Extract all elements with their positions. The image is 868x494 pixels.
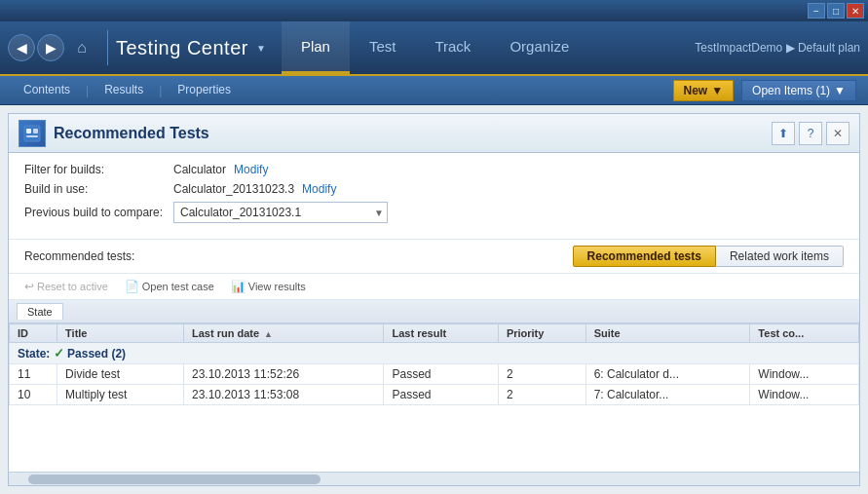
open-items-arrow-icon: ▼	[834, 84, 846, 97]
new-arrow-icon: ▼	[711, 84, 723, 97]
filter-label: Filter for builds:	[24, 163, 166, 176]
nav-bar: ◀ ▶ ⌂ Testing Center ▼ Plan Test Track O…	[0, 21, 868, 76]
state-tab[interactable]: State	[17, 303, 63, 320]
breadcrumb-text: TestImpactDemo ▶ Default plan	[695, 41, 860, 55]
panel-title: Recommended Tests	[54, 125, 764, 142]
col-header-id[interactable]: ID	[10, 324, 57, 343]
view-results-button[interactable]: 📊 View results	[223, 278, 315, 295]
col-header-last-run-date[interactable]: Last run date ▲	[183, 324, 383, 343]
passed-icon: ✓	[54, 346, 64, 361]
build-modify-link[interactable]: Modify	[302, 182, 336, 196]
col-header-priority[interactable]: Priority	[498, 324, 585, 343]
scrollbar-thumb[interactable]	[28, 475, 321, 484]
tab-track[interactable]: Track	[415, 21, 490, 74]
open-items-label: Open Items (1)	[752, 84, 830, 97]
forward-button[interactable]: ▶	[37, 34, 64, 61]
sec-tab-contents[interactable]: Contents	[12, 76, 82, 104]
build-label: Build in use:	[24, 182, 166, 196]
recommended-tests-tab[interactable]: Recommended tests	[573, 246, 716, 267]
cell-title: Divide test	[57, 364, 184, 385]
cell-priority: 2	[498, 385, 585, 405]
related-work-items-tab[interactable]: Related work items	[716, 246, 844, 267]
col-header-suite[interactable]: Suite	[585, 324, 750, 343]
table-row: 11 Divide test 23.10.2013 11:52:26 Passe…	[10, 364, 859, 385]
help-button[interactable]: ?	[799, 122, 822, 145]
panel-header: Recommended Tests ⬆ ? ✕	[9, 114, 859, 153]
prev-build-row: Previous build to compare: Calculator_20…	[24, 202, 844, 223]
cell-last-result: Passed	[384, 385, 498, 405]
open-test-case-label: Open test case	[142, 281, 214, 292]
cell-suite: 7: Calculator...	[585, 385, 750, 405]
table-row: 10 Multiply test 23.10.2013 11:53:08 Pas…	[10, 385, 859, 405]
cell-suite: 6: Calculator d...	[585, 364, 750, 385]
cell-test-config: Window...	[750, 385, 859, 405]
sec-tab-properties[interactable]: Properties	[166, 76, 243, 104]
open-test-case-icon: 📄	[125, 280, 139, 293]
prev-build-label: Previous build to compare:	[24, 206, 166, 219]
group-state: Passed (2)	[67, 347, 126, 361]
reset-to-active-button[interactable]: ↩ Reset to active	[17, 278, 117, 295]
cell-priority: 2	[498, 364, 585, 385]
svg-rect-3	[26, 135, 38, 137]
title-bar: − □ ✕	[0, 0, 868, 21]
panel-close-button[interactable]: ✕	[826, 122, 849, 145]
filter-row: Filter for builds: Calculator Modify	[24, 163, 844, 176]
minimize-button[interactable]: −	[808, 3, 825, 19]
tab-plan[interactable]: Plan	[282, 21, 350, 74]
app-title: Testing Center	[116, 37, 248, 59]
table-scroll[interactable]: ID Title Last run date ▲ Last result Pri…	[9, 323, 859, 472]
new-button[interactable]: New ▼	[673, 80, 735, 101]
tab-test[interactable]: Test	[350, 21, 416, 74]
svg-rect-2	[33, 129, 38, 133]
app-dropdown-icon[interactable]: ▼	[256, 43, 266, 54]
cell-id: 11	[10, 364, 57, 385]
build-value: Calculator_20131023.3	[173, 182, 294, 196]
data-table: ID Title Last run date ▲ Last result Pri…	[9, 323, 859, 405]
upload-button[interactable]: ⬆	[772, 122, 795, 145]
secondary-bar: Contents | Results | Properties New ▼ Op…	[0, 76, 868, 105]
horizontal-scrollbar[interactable]	[9, 472, 859, 485]
cell-last-result: Passed	[384, 364, 498, 385]
tab-organize[interactable]: Organize	[490, 21, 588, 74]
prev-build-select-wrapper: Calculator_20131023.1 Calculator_2013102…	[173, 202, 388, 223]
sec-tab-results[interactable]: Results	[93, 76, 155, 104]
svg-rect-1	[26, 129, 31, 133]
nav-breadcrumb: TestImpactDemo ▶ Default plan	[695, 41, 860, 55]
view-results-label: View results	[248, 281, 306, 292]
view-tab-group: Recommended tests Related work items	[573, 246, 844, 267]
sort-icon: ▲	[264, 329, 273, 339]
main-panel: Recommended Tests ⬆ ? ✕ Filter for build…	[8, 113, 860, 486]
filter-value: Calculator	[173, 163, 226, 176]
view-results-icon: 📊	[231, 280, 245, 293]
prev-build-select[interactable]: Calculator_20131023.1 Calculator_2013102…	[173, 202, 388, 223]
close-button[interactable]: ✕	[847, 3, 864, 19]
nav-separator	[107, 30, 108, 65]
nav-tabs: Plan Test Track Organize	[282, 21, 588, 74]
toolbar: ↩ Reset to active 📄 Open test case 📊 Vie…	[9, 274, 859, 300]
col-header-test-config[interactable]: Test co...	[750, 324, 859, 343]
panel-header-actions: ⬆ ? ✕	[772, 122, 849, 145]
state-row: State	[9, 300, 859, 323]
panel-form: Filter for builds: Calculator Modify Bui…	[9, 153, 859, 240]
svg-rect-0	[24, 126, 40, 141]
group-row-passed: State: ✓ Passed (2)	[10, 343, 859, 364]
reset-icon: ↩	[24, 280, 34, 293]
back-button[interactable]: ◀	[8, 34, 35, 61]
cell-last-run-date: 23.10.2013 11:52:26	[183, 364, 383, 385]
sec-right: New ▼ Open Items (1) ▼	[673, 80, 857, 101]
nav-back-fwd: ◀ ▶	[8, 34, 64, 61]
home-button[interactable]: ⌂	[68, 34, 95, 61]
col-header-title[interactable]: Title	[57, 324, 184, 343]
filter-modify-link[interactable]: Modify	[234, 163, 268, 176]
open-test-case-button[interactable]: 📄 Open test case	[117, 278, 223, 295]
reset-label: Reset to active	[37, 281, 108, 292]
maximize-button[interactable]: □	[827, 3, 845, 19]
cell-title: Multiply test	[57, 385, 184, 405]
open-items-button[interactable]: Open Items (1) ▼	[741, 80, 856, 101]
col-header-last-result[interactable]: Last result	[384, 324, 498, 343]
content-area: Recommended Tests ⬆ ? ✕ Filter for build…	[0, 105, 868, 494]
rec-label: Recommended tests:	[24, 249, 134, 263]
cell-test-config: Window...	[750, 364, 859, 385]
group-label: State:	[18, 347, 54, 361]
build-row: Build in use: Calculator_20131023.3 Modi…	[24, 182, 844, 196]
